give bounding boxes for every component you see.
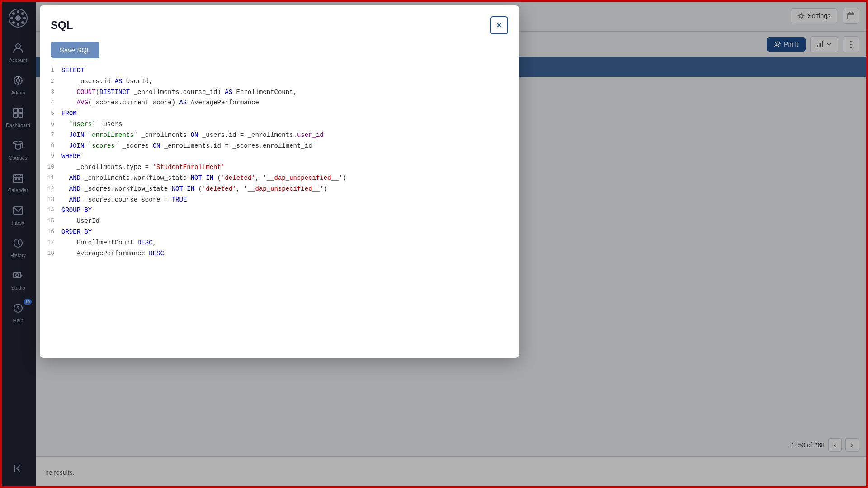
- sql-line-10: 10 _enrollments.type = 'StudentEnrollmen…: [40, 162, 508, 173]
- modal-overlay: SQL × Save SQL 1 SELECT 2 _users.id AS U…: [0, 0, 868, 488]
- sql-line-16: 16 ORDER BY: [40, 227, 508, 238]
- close-icon: ×: [497, 21, 502, 30]
- sql-line-2: 2 _users.id AS UserId,: [40, 76, 508, 87]
- sql-line-13: 13 AND _scores.course_score = TRUE: [40, 195, 508, 206]
- sql-line-1: 1 SELECT: [40, 66, 508, 76]
- sql-line-18: 18 AveragePerformance DESC: [40, 249, 508, 259]
- sql-line-17: 17 EnrollmentCount DESC,: [40, 238, 508, 249]
- sql-line-14: 14 GROUP BY: [40, 205, 508, 216]
- modal-close-button[interactable]: ×: [490, 16, 508, 34]
- save-sql-label: Save SQL: [60, 46, 90, 54]
- sql-line-12: 12 AND _scores.workflow_state NOT IN ('d…: [40, 184, 508, 195]
- sql-line-15: 15 UserId: [40, 216, 508, 227]
- modal-title: SQL: [51, 19, 73, 32]
- sql-line-7: 7 JOIN `enrollments` _enrollments ON _us…: [40, 130, 508, 141]
- sql-lines: 1 SELECT 2 _users.id AS UserId, 3 COUNT(…: [40, 66, 508, 259]
- sql-modal: SQL × Save SQL 1 SELECT 2 _users.id AS U…: [40, 5, 519, 358]
- sql-line-4: 4 AVG(_scores.current_score) AS AverageP…: [40, 98, 508, 108]
- sql-line-3: 3 COUNT(DISTINCT _enrollments.course_id)…: [40, 87, 508, 98]
- save-sql-button[interactable]: Save SQL: [51, 42, 99, 58]
- sql-editor[interactable]: 1 SELECT 2 _users.id AS UserId, 3 COUNT(…: [40, 66, 519, 358]
- sql-line-5: 5 FROM: [40, 108, 508, 119]
- sql-line-11: 11 AND _enrollments.workflow_state NOT I…: [40, 173, 508, 184]
- modal-header: SQL ×: [40, 16, 519, 42]
- sql-line-8: 8 JOIN `scores` _scores ON _enrollments.…: [40, 141, 508, 152]
- sql-line-6: 6 `users` _users: [40, 119, 508, 130]
- sql-line-9: 9 WHERE: [40, 151, 508, 162]
